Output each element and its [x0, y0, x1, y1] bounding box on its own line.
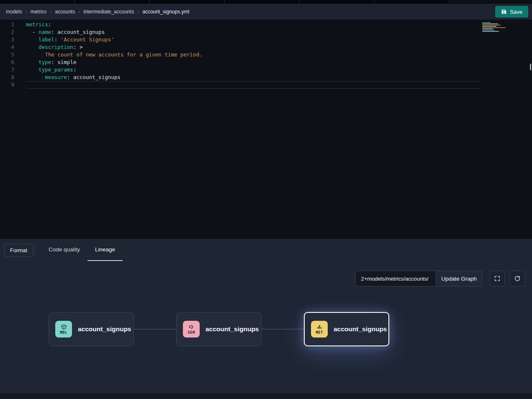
editor-tab[interactable] — [375, 0, 449, 4]
breadcrumb-item-models[interactable]: models — [6, 9, 22, 15]
code-area[interactable]: metrics: - name: account_signups label: … — [18, 20, 480, 239]
header-divider — [34, 242, 35, 258]
line-number: 6 — [0, 59, 14, 66]
model-selector-group: Update Graph — [355, 271, 482, 286]
lineage-edge — [262, 329, 304, 330]
code-line: type: simple — [26, 59, 480, 66]
tab-strip-filler — [450, 0, 532, 4]
bottom-panel: Format Code quality Lineage Update Graph — [0, 239, 532, 399]
format-button[interactable]: Format — [4, 244, 33, 257]
breadcrumb-separator: › — [78, 9, 80, 15]
lineage-node-metric[interactable]: MET account_signups — [304, 312, 389, 346]
editor-tab[interactable] — [150, 0, 224, 4]
tab-code-quality[interactable]: Code quality — [41, 239, 87, 261]
breadcrumb-separator: › — [137, 9, 139, 15]
code-editor[interactable]: 1 2 3 4 5 6 7 8 9 metrics: - name: accou… — [0, 20, 532, 239]
editor-scrollbar[interactable] — [529, 20, 532, 239]
model-selector-input[interactable] — [355, 271, 436, 286]
lineage-controls: Update Graph — [355, 271, 525, 286]
badge-label: SEM — [188, 330, 195, 335]
footer-strip — [0, 393, 532, 399]
breadcrumb-item-intermediate-accounts[interactable]: intermediate_accounts — [83, 9, 134, 15]
line-number: 8 — [0, 74, 14, 81]
line-number-gutter: 1 2 3 4 5 6 7 8 9 — [0, 20, 18, 239]
breadcrumb-separator: › — [50, 9, 51, 15]
code-line: The count of new accounts for a given ti… — [26, 51, 480, 59]
megaphone-icon — [188, 324, 195, 330]
minimap[interactable] — [482, 22, 507, 32]
metric-badge: MET — [311, 321, 328, 338]
indent-guide — [42, 74, 42, 81]
indent-guide — [42, 51, 42, 59]
code-line: description: > — [26, 43, 480, 51]
node-label: account_signups — [334, 325, 387, 333]
editor-tab[interactable] — [75, 0, 149, 4]
panel-tabs: Code quality Lineage — [41, 239, 123, 261]
line-number: 9 — [0, 81, 14, 89]
lineage-node-model[interactable]: MDL account_signups — [49, 312, 134, 346]
editor-tab-strip — [0, 0, 532, 4]
cube-icon — [61, 324, 67, 330]
line-number: 5 — [0, 51, 14, 59]
refresh-icon — [514, 275, 521, 282]
line-number: 3 — [0, 36, 14, 43]
save-button[interactable]: Save — [495, 6, 528, 18]
refresh-button[interactable] — [510, 271, 525, 286]
code-line-active — [26, 81, 480, 89]
tab-lineage[interactable]: Lineage — [87, 239, 123, 261]
fullscreen-button[interactable] — [490, 271, 505, 286]
code-line: label: 'Account Signups' — [26, 36, 480, 43]
breadcrumb-bar: models › metrics › accounts › intermedia… — [0, 4, 532, 20]
editor-tab[interactable] — [225, 0, 299, 4]
model-badge: MDL — [55, 321, 72, 338]
update-graph-button[interactable]: Update Graph — [436, 271, 482, 286]
breadcrumb-item-metrics[interactable]: metrics — [31, 9, 47, 15]
lineage-edge — [134, 329, 176, 330]
code-line: metrics: — [26, 21, 480, 28]
save-button-label: Save — [510, 9, 522, 15]
breadcrumb-item-file[interactable]: account_signups.yml — [142, 9, 189, 15]
code-line: - name: account_signups — [26, 28, 480, 36]
bar-chart-icon — [316, 324, 323, 330]
code-line: type_params: — [26, 66, 480, 74]
breadcrumb-separator: › — [26, 9, 27, 15]
badge-label: MDL — [60, 330, 67, 335]
semantic-badge: SEM — [183, 321, 200, 338]
line-number: 2 — [0, 28, 14, 36]
node-label: account_signups — [78, 325, 131, 333]
save-icon — [501, 9, 507, 15]
scrollbar-thumb[interactable] — [530, 64, 531, 70]
fullscreen-icon — [494, 275, 501, 282]
line-number: 1 — [0, 21, 14, 28]
badge-label: MET — [316, 330, 323, 335]
lineage-node-semantic-model[interactable]: SEM account_signups — [176, 312, 262, 346]
editor-tab[interactable] — [0, 0, 74, 4]
line-number: 7 — [0, 66, 14, 74]
node-label: account_signups — [206, 325, 259, 333]
editor-tab[interactable] — [300, 0, 374, 4]
code-line: measure: account_signups — [26, 74, 480, 81]
breadcrumb-item-accounts[interactable]: accounts — [55, 9, 75, 15]
line-number: 4 — [0, 43, 14, 51]
